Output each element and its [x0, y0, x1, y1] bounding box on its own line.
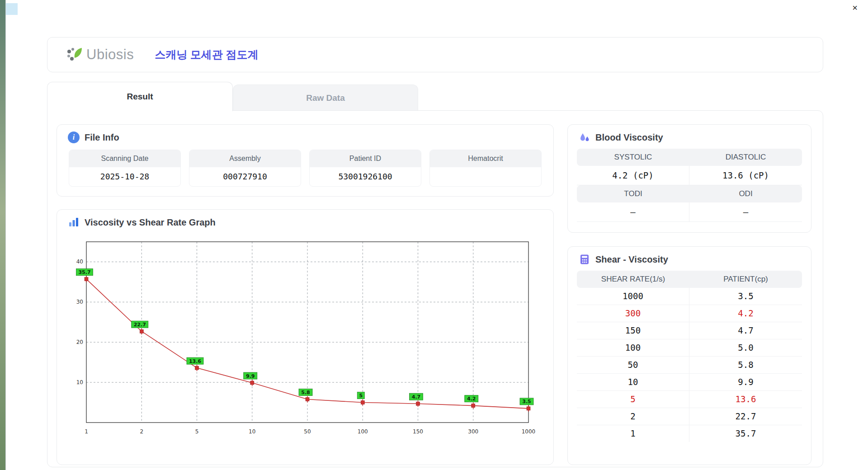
sv-cell-patient: 4.7	[689, 322, 802, 339]
table-row: 150 4.7	[577, 322, 802, 339]
bv-header-systolic: SYSTOLIC	[577, 149, 689, 166]
ubiosis-logo-icon	[66, 46, 84, 63]
sv-cell-patient: 13.6	[689, 391, 802, 408]
field-assembly: Assembly 000727910	[189, 150, 301, 187]
header-card: Ubiosis 스캐닝 모세관 점도계	[47, 37, 823, 72]
sv-cell-shear: 10	[577, 374, 689, 390]
sv-header-shear-rate: SHEAR RATE(1/s)	[577, 271, 689, 288]
svg-text:13.6: 13.6	[189, 358, 201, 364]
field-value: 53001926100	[310, 167, 421, 186]
svg-text:5: 5	[195, 428, 199, 435]
sv-cell-shear: 2	[577, 408, 689, 425]
svg-text:4.7: 4.7	[412, 394, 421, 400]
bv-value-todi: –	[577, 202, 689, 222]
svg-text:100: 100	[358, 428, 368, 435]
svg-text:9.9: 9.9	[246, 373, 255, 379]
svg-text:4.2: 4.2	[467, 396, 476, 402]
sv-cell-shear: 100	[577, 339, 689, 356]
bv-header-diastolic: DIASTOLIC	[689, 149, 802, 166]
sv-cell-patient: 3.5	[689, 288, 802, 305]
sv-cell-patient: 4.2	[689, 305, 802, 322]
file-info-card: i File Info Scanning Date 2025-10-28 Ass…	[57, 124, 554, 197]
shear-viscosity-card: Shear - Viscosity SHEAR RATE(1/s) PATIEN…	[567, 246, 811, 465]
sv-cell-patient: 9.9	[689, 374, 802, 390]
bv-header-odi: ODI	[689, 185, 802, 202]
field-label: Assembly	[189, 150, 301, 167]
sv-cell-shear: 5	[577, 391, 689, 408]
table-row: 10 9.9	[577, 374, 802, 391]
svg-text:5.8: 5.8	[301, 390, 310, 395]
svg-text:10: 10	[76, 379, 83, 385]
window-accent	[6, 3, 18, 15]
svg-text:150: 150	[413, 428, 423, 435]
page-title: 스캐닝 모세관 점도계	[155, 47, 258, 62]
table-row: 5 13.6	[577, 391, 802, 408]
table-row: 300 4.2	[577, 305, 802, 322]
field-label: Scanning Date	[69, 150, 180, 167]
sv-cell-shear: 300	[577, 305, 689, 322]
svg-text:2: 2	[140, 428, 143, 435]
blood-viscosity-title: Blood Viscosity	[595, 132, 663, 143]
svg-text:3.5: 3.5	[522, 399, 531, 404]
svg-text:300: 300	[468, 428, 478, 435]
svg-text:10: 10	[249, 428, 255, 435]
table-row: 1000 3.5	[577, 288, 802, 305]
file-info-title: File Info	[85, 132, 119, 143]
sv-cell-shear: 1	[577, 425, 689, 442]
field-value: 000727910	[189, 167, 301, 186]
app-window: × Ubiosis 스캐닝 모세관 점도계 Result Raw Data i …	[5, 0, 868, 470]
close-icon[interactable]: ×	[849, 2, 861, 14]
svg-text:50: 50	[304, 428, 311, 435]
bv-header-todi: TODI	[577, 185, 689, 202]
table-row: 100 5.0	[577, 339, 802, 357]
field-value	[430, 167, 541, 186]
graph-title: Viscosity vs Shear Rate Graph	[85, 217, 216, 228]
content-card: i File Info Scanning Date 2025-10-28 Ass…	[47, 110, 823, 467]
svg-text:40: 40	[76, 258, 83, 265]
calculator-icon	[579, 254, 590, 265]
svg-text:35.7: 35.7	[78, 269, 90, 275]
svg-text:5: 5	[359, 393, 363, 399]
sv-cell-shear: 1000	[577, 288, 689, 305]
bv-value-systolic: 4.2 (cP)	[577, 166, 689, 185]
field-label: Hematocrit	[430, 150, 541, 167]
svg-text:22.7: 22.7	[134, 322, 146, 328]
field-hematocrit: Hematocrit	[429, 150, 542, 187]
droplets-icon	[579, 132, 590, 143]
field-patient-id: Patient ID 53001926100	[309, 150, 421, 187]
tab-result[interactable]: Result	[47, 82, 233, 111]
field-label: Patient ID	[310, 150, 421, 167]
field-value: 2025-10-28	[69, 167, 180, 186]
sv-cell-patient: 5.0	[689, 339, 802, 356]
ubiosis-logo: Ubiosis	[66, 46, 134, 63]
sv-cell-patient: 35.7	[689, 425, 802, 442]
shear-viscosity-title: Shear - Viscosity	[595, 254, 668, 265]
table-row: 50 5.8	[577, 357, 802, 374]
graph-card: Viscosity vs Shear Rate Graph 1020304012…	[57, 209, 554, 465]
info-icon: i	[68, 132, 80, 143]
field-scanning-date: Scanning Date 2025-10-28	[69, 150, 181, 187]
svg-text:30: 30	[76, 299, 83, 305]
shear-viscosity-table: SHEAR RATE(1/s) PATIENT(cp) 1000 3.5 300…	[568, 270, 811, 442]
svg-text:20: 20	[76, 339, 83, 345]
viscosity-chart: 102030401251050100150300100035.722.713.6…	[66, 234, 544, 448]
svg-text:1: 1	[85, 428, 88, 435]
table-row: 1 35.7	[577, 425, 802, 442]
brand-text: Ubiosis	[86, 47, 134, 63]
bv-value-diastolic: 13.6 (cP)	[689, 166, 802, 185]
svg-text:1000: 1000	[522, 428, 536, 435]
blood-viscosity-table: SYSTOLIC DIASTOLIC 4.2 (cP) 13.6 (cP) TO…	[568, 148, 811, 222]
sv-cell-patient: 22.7	[689, 408, 802, 425]
sv-header-patient: PATIENT(cp)	[689, 271, 802, 288]
sv-cell-shear: 150	[577, 322, 689, 339]
blood-viscosity-card: Blood Viscosity SYSTOLIC DIASTOLIC 4.2 (…	[567, 124, 811, 233]
file-info-fields: Scanning Date 2025-10-28 Assembly 000727…	[57, 148, 553, 187]
tab-raw-data[interactable]: Raw Data	[233, 85, 418, 111]
sv-cell-shear: 50	[577, 357, 689, 373]
bar-chart-icon	[68, 216, 80, 228]
table-row: 2 22.7	[577, 408, 802, 425]
bv-value-odi: –	[689, 202, 802, 222]
sv-cell-patient: 5.8	[689, 357, 802, 373]
